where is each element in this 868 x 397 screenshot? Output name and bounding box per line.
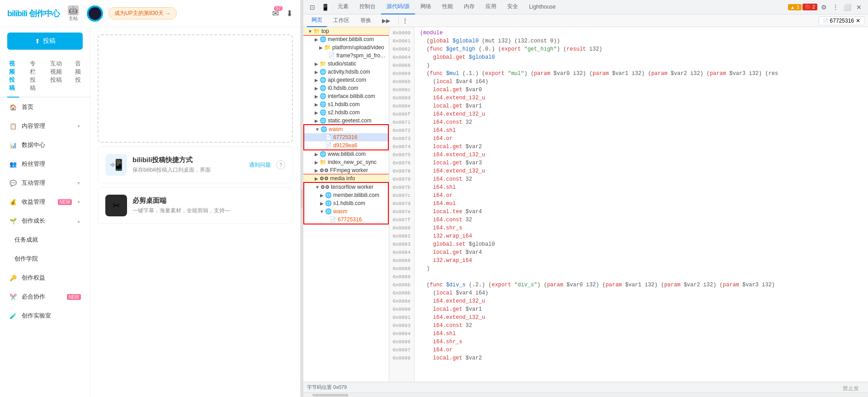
undock-icon[interactable]: ⬜ [842, 2, 853, 13]
tree-item-media-info[interactable]: ▶ ⚙⚙ media info [303, 174, 389, 182]
sidebar-item-task[interactable]: 任务成就 [0, 230, 90, 249]
tree-item-index-new-pc[interactable]: ▶ 📁 index_new_pc_sync [303, 158, 389, 166]
main-station-button[interactable]: 🤖 主站 [65, 5, 81, 22]
tree-item-s2-hdslb[interactable]: ▶ 🌐 s2.hdslb.com [303, 108, 389, 117]
avatar-button[interactable] [87, 5, 103, 22]
sidebar-item-rights[interactable]: 🔑 创作权益 [0, 268, 90, 287]
tree-item-studio[interactable]: ▶ 📁 studio/static [303, 60, 389, 68]
tree-item-tf-member[interactable]: ▶ 🌐 member.bilibili.com [304, 191, 388, 199]
more-icon[interactable]: ⋮ [830, 2, 841, 13]
tree-item-d9128ea6[interactable]: 📄 d9128ea6 [304, 141, 388, 149]
source-file-tab[interactable]: 📄 67725316 ✕ [819, 16, 864, 25]
sub-tab-workspace[interactable]: 工作区 [329, 14, 354, 27]
tab-sources[interactable]: 源代码/源 [381, 0, 415, 14]
tab-elements[interactable]: 元素 [332, 0, 354, 14]
code-token: i64.or [433, 346, 453, 354]
promo-text-block: bilibili投稿快捷方式 保存bilibili投稿入口到桌面，界面 [132, 156, 244, 174]
code-token: i64.extend_i32_u [433, 313, 485, 322]
code-token: 32 [462, 175, 472, 183]
tree-item-tensorflow-worker[interactable]: ▼ ⚙⚙ tensorflow worker [304, 183, 388, 191]
sub-tab-overrides[interactable]: 替换 [356, 14, 376, 27]
devtools-more-btn[interactable]: ⋮ [402, 18, 408, 24]
tab-lighthouse[interactable]: Lighthouse [524, 0, 561, 14]
tab-performance[interactable]: 性能 [437, 0, 458, 14]
download-button[interactable]: ⬇ [286, 9, 293, 19]
tree-label: d9128ea6 [333, 142, 357, 149]
left-panel: bilibili 创作中心 🤖 主站 成为UP主的第830天 → ✉ 57 ⬇ [0, 0, 301, 397]
code-token: 32 [462, 322, 472, 330]
line-num: 0x0061 [389, 37, 414, 45]
tree-item-frame[interactable]: 📄 frame?spm_id_from= [303, 51, 389, 60]
tab-security[interactable]: 安全 [502, 0, 524, 14]
promo-card-shortcut: 📲 bilibili投稿快捷方式 保存bilibili投稿入口到桌面，界面 遇到… [98, 146, 293, 183]
sidebar-item-lab[interactable]: 🧪 创作实验室 [0, 306, 90, 325]
tree-item-tf-s1[interactable]: ▶ 🌐 s1.hdslb.com [304, 199, 388, 207]
upload-button[interactable]: ⬆ 投稿 [7, 33, 83, 50]
folder-icon: 📁 [320, 61, 326, 67]
network-icon: 🌐 [320, 36, 326, 42]
tree-item-tf-wasm[interactable]: ▼ 🌐 wasm [304, 207, 388, 215]
sidebar-item-growth[interactable]: 🌱 创作成长 ▲ [0, 211, 90, 230]
horizontal-scrollbar[interactable] [303, 392, 868, 397]
code-line: local.get $var3 [415, 159, 868, 167]
sidebar-item-data[interactable]: 📊 数据中心 [0, 135, 90, 154]
tree-item-interface-bilibili[interactable]: ▶ 🌐 interface.bilibili.com [303, 92, 389, 100]
settings-icon[interactable]: ⚙ [818, 2, 829, 13]
tree-item-activity[interactable]: ▶ 🌐 activity.hdslb.com [303, 68, 389, 76]
sidebar-item-collaboration[interactable]: ✂️ 必合协作 NEW [0, 287, 90, 306]
sub-tab-more[interactable]: ▶▶ [377, 14, 395, 27]
code-line [415, 273, 868, 281]
tab-memory[interactable]: 内存 [458, 0, 480, 14]
code-token: func [430, 281, 443, 289]
tab-audio[interactable]: 音频投 [73, 55, 83, 98]
tree-item-wasm[interactable]: ▼ 🌐 wasm [304, 125, 388, 133]
tree-item-www-bilibili[interactable]: ▶ 🌐 www.bilibili.com [303, 150, 389, 158]
inspect-icon[interactable]: ⊡ [307, 2, 318, 13]
expand-arrow-icon: ▶ [313, 160, 320, 165]
expand-arrow-icon: ▶ [313, 152, 320, 157]
code-token: i64.shl [433, 330, 456, 338]
tree-item-platform[interactable]: ▶ 📁 platform/upload/video [303, 43, 389, 51]
sidebar-item-content[interactable]: 📋 内容管理 ▼ [0, 117, 90, 135]
close-icon[interactable]: ✕ [854, 2, 864, 13]
source-file-close-icon[interactable]: ✕ [856, 18, 860, 24]
sidebar-item-interaction[interactable]: 💬 互动管理 ▼ [0, 173, 90, 192]
line-num: 0x0079 [389, 175, 414, 183]
code-token [420, 232, 433, 240]
tree-item-ffmpeg-worker[interactable]: ▶ ⚙⚙ FFmpeg worker [303, 166, 389, 174]
sidebar-item-revenue[interactable]: 💰 收益管理 NEW ▼ [0, 192, 90, 211]
code-line: local.get $var4 [415, 248, 868, 257]
sidebar-item-fans[interactable]: 👥 粉丝管理 [0, 154, 90, 173]
help-icon[interactable]: ? [276, 160, 285, 169]
tree-item-i0-hdslb[interactable]: ▶ 🌐 i0.hdslb.com [303, 84, 389, 92]
sidebar-item-academy[interactable]: 创作学院 [0, 249, 90, 268]
tree-item-member-bilibili[interactable]: ▶ 🌐 member.bilibili.com [303, 35, 389, 43]
sub-tab-webpage[interactable]: 网页 [307, 14, 327, 27]
code-token [420, 346, 433, 354]
tab-video[interactable]: 视频投稿 [7, 55, 19, 98]
tree-item-api-geetest[interactable]: ▶ 🌐 api.geetest.com [303, 76, 389, 84]
tab-application[interactable]: 应用 [480, 0, 502, 14]
device-icon[interactable]: 📱 [320, 2, 330, 13]
tab-console[interactable]: 控制台 [354, 0, 381, 14]
tree-item-s1-hdslb[interactable]: ▶ 🌐 s1.hdslb.com [303, 100, 389, 108]
code-line: local.get $var1 [415, 102, 868, 110]
tree-item-static-geetest[interactable]: ▶ 🌐 static.geetest.com [303, 117, 389, 125]
tree-item-tf-67725316[interactable]: 📄 67725316 [304, 215, 388, 224]
tree-item-67725316[interactable]: 📄 67725316 [304, 133, 388, 141]
tab-interactive[interactable]: 互动视频投稿 [48, 55, 64, 98]
code-token [443, 70, 446, 78]
tab-column[interactable]: 专栏投稿 [28, 55, 40, 98]
tree-item-top[interactable]: ▼ 📁 top [303, 27, 389, 35]
code-token: $var2 i32) ( [680, 281, 723, 289]
network-icon: 🌐 [320, 69, 326, 75]
promo-button[interactable]: 成为UP主的第830天 → [108, 7, 177, 19]
sidebar-item-home[interactable]: 🏠 首页 [0, 98, 90, 117]
tree-label: i0.hdslb.com [328, 85, 358, 91]
header-icons: ✉ 57 ⬇ [272, 9, 293, 19]
expand-arrow-icon: ▶ [313, 86, 320, 91]
upload-drop-zone[interactable] [98, 34, 293, 143]
message-button[interactable]: ✉ 57 [272, 9, 279, 19]
tab-network[interactable]: 网络 [415, 0, 437, 14]
promo-action-btn[interactable]: 遇到问题 [249, 161, 271, 169]
